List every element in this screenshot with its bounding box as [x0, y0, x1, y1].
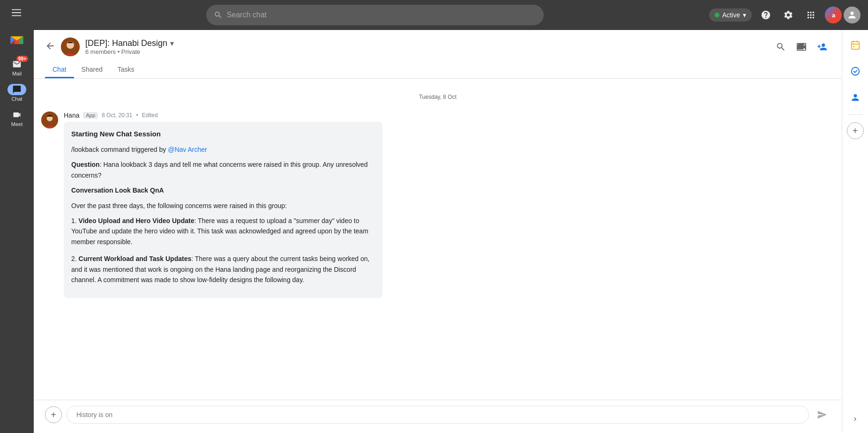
- send-button[interactable]: [814, 406, 831, 423]
- help-button[interactable]: [757, 7, 774, 23]
- message-edited: Edited: [142, 112, 158, 119]
- gmail-logo: [8, 31, 25, 48]
- menu-icon[interactable]: [8, 4, 26, 24]
- contacts-icon-button[interactable]: [846, 88, 865, 107]
- privacy-label: Private: [121, 48, 140, 55]
- right-panel-divider: [848, 114, 863, 115]
- tab-chat[interactable]: Chat: [45, 62, 74, 78]
- tab-tasks[interactable]: Tasks: [110, 62, 142, 78]
- user-photo: [844, 7, 861, 23]
- chat-subtitle: 6 members • Private: [85, 48, 174, 55]
- chat-header-actions: [772, 38, 831, 55]
- chat-header-left: [DEP]: Hanabi Design ▾ 6 members • Priva…: [45, 37, 174, 56]
- sidebar-item-mail[interactable]: 99+ Mail: [0, 56, 34, 79]
- search-bar[interactable]: [206, 5, 544, 25]
- sender-name: Hana: [64, 112, 79, 119]
- messages-area: Tuesday, 8 Oct Hana App: [34, 79, 842, 400]
- topbar: Active ▾ a: [34, 0, 868, 30]
- message-bubble: Starting New Chat Session /lookback comm…: [64, 122, 382, 298]
- search-icon: [214, 10, 223, 20]
- calendar-icon-button[interactable]: [846, 36, 865, 54]
- message-dot: •: [136, 112, 138, 119]
- left-sidebar: 99+ Mail Chat Meet: [0, 0, 34, 433]
- status-dot: [715, 13, 719, 17]
- message-title: Starting New Chat Session: [71, 128, 375, 140]
- video-call-button[interactable]: [793, 38, 810, 55]
- chat-title: [DEP]: Hanabi Design ▾: [85, 38, 174, 48]
- tab-shared[interactable]: Shared: [74, 62, 110, 78]
- message-input[interactable]: [67, 406, 809, 424]
- main-content: Active ▾ a: [34, 0, 868, 433]
- sidebar-item-chat[interactable]: Chat: [0, 81, 34, 105]
- chat-title-text: [DEP]: Hanabi Design: [85, 38, 167, 48]
- concern-1-bold: Video Upload and Hero Video Update: [79, 217, 195, 224]
- command-line: /lookback command triggered by @Nav Arch…: [71, 144, 375, 155]
- search-input[interactable]: [227, 11, 537, 19]
- back-button[interactable]: [45, 41, 55, 53]
- section-title: Conversation Look Back QnA: [71, 185, 375, 195]
- search-chat-button[interactable]: [772, 38, 789, 55]
- concern-1-number: 1.: [71, 217, 77, 224]
- app-badge: App: [83, 112, 98, 119]
- chat-panel: [DEP]: Hanabi Design ▾ 6 members • Priva…: [34, 30, 842, 433]
- add-attachment-button[interactable]: +: [45, 406, 62, 423]
- chevron-down-icon: ▾: [743, 11, 746, 19]
- account-avatar-area[interactable]: a: [825, 7, 861, 23]
- concern-item-1: 1. Video Upload and Hero Video Update: T…: [71, 216, 375, 247]
- question-line: Question: Hana lookback 3 days and tell …: [71, 159, 375, 180]
- svg-rect-8: [851, 42, 859, 50]
- svg-rect-2: [12, 15, 21, 16]
- concern-2-number: 2.: [71, 255, 77, 262]
- active-status-button[interactable]: Active ▾: [709, 8, 752, 22]
- message-meta: Hana App 8 Oct, 20:31 • Edited: [64, 112, 834, 119]
- chat-tabs: Chat Shared Tasks: [45, 62, 831, 78]
- title-chevron-icon[interactable]: ▾: [170, 39, 174, 48]
- apps-button[interactable]: [802, 7, 819, 23]
- sidebar-item-meet-label: Meet: [11, 121, 22, 127]
- mail-badge: 99+: [16, 56, 28, 62]
- right-panel-add-button[interactable]: +: [847, 122, 864, 139]
- active-label: Active: [722, 11, 740, 19]
- right-panel: + ›: [842, 30, 868, 433]
- svg-rect-1: [12, 12, 21, 13]
- group-avatar: [61, 37, 80, 56]
- svg-point-10: [851, 67, 859, 75]
- question-text: : Hana lookback 3 days and tell me what …: [71, 161, 368, 179]
- members-count: 6 members: [85, 48, 116, 55]
- concern-2-bold: Current Workload and Task Updates: [79, 255, 192, 262]
- intro-line: Over the past three days, the following …: [71, 201, 375, 211]
- message-avatar: [41, 112, 58, 128]
- chat-wrapper: [DEP]: Hanabi Design ▾ 6 members • Priva…: [34, 30, 868, 433]
- svg-rect-9: [853, 46, 854, 47]
- tasks-icon-button[interactable]: [846, 62, 865, 81]
- topbar-right: Active ▾ a: [709, 7, 861, 23]
- account-avatar: a: [825, 7, 842, 23]
- input-area: +: [34, 400, 842, 433]
- sidebar-item-chat-label: Chat: [11, 96, 22, 102]
- chat-title-area: [DEP]: Hanabi Design ▾ 6 members • Priva…: [85, 38, 174, 55]
- command-text: /lookback command triggered by: [71, 146, 168, 153]
- message-row: Hana App 8 Oct, 20:31 • Edited Starting …: [41, 112, 834, 298]
- message-content: Hana App 8 Oct, 20:31 • Edited Starting …: [64, 112, 834, 298]
- chat-header: [DEP]: Hanabi Design ▾ 6 members • Priva…: [34, 30, 842, 79]
- right-panel-chevron-icon[interactable]: ›: [854, 414, 857, 424]
- sidebar-item-mail-label: Mail: [12, 71, 22, 76]
- concern-item-2: 2. Current Workload and Task Updates: Th…: [71, 254, 375, 285]
- svg-rect-0: [12, 9, 21, 10]
- question-label: Question: [71, 161, 100, 168]
- settings-button[interactable]: [780, 7, 797, 23]
- sidebar-item-meet[interactable]: Meet: [0, 106, 34, 130]
- date-divider: Tuesday, 8 Oct: [41, 94, 834, 100]
- mention-text: @Nav Archer: [168, 146, 207, 153]
- message-time: 8 Oct, 20:31: [102, 112, 132, 119]
- add-people-button[interactable]: [814, 38, 831, 55]
- chat-header-top: [DEP]: Hanabi Design ▾ 6 members • Priva…: [45, 37, 831, 56]
